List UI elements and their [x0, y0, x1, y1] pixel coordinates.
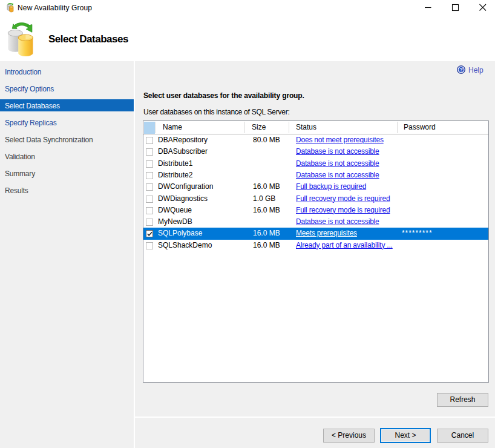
svg-text:?: ? — [459, 67, 462, 73]
